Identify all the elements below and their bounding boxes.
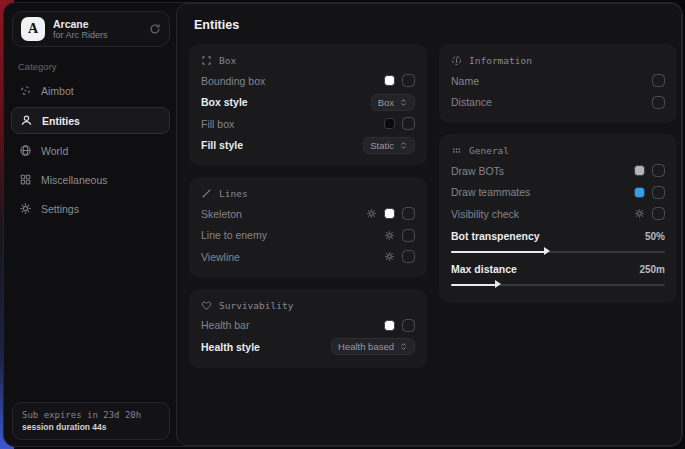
distance-checkbox[interactable] — [652, 96, 665, 109]
box-icon — [201, 55, 212, 66]
name-checkbox[interactable] — [652, 74, 665, 87]
sidebar-item-label: World — [41, 145, 68, 157]
skeleton-checkbox[interactable] — [402, 207, 415, 220]
viewline-checkbox[interactable] — [402, 250, 415, 263]
slider-label: Bot transpenency — [451, 230, 540, 242]
setting-label: Distance — [451, 96, 492, 108]
dropdown-value: Box — [378, 97, 394, 108]
session-duration: session duration 44s — [22, 422, 160, 432]
heart-icon — [201, 300, 212, 311]
grid-icon — [19, 173, 32, 186]
crosshair-icon — [19, 84, 32, 97]
row-draw-bots: Draw BOTs — [451, 160, 665, 182]
draw-bots-color-swatch[interactable] — [634, 165, 645, 176]
slider-label: Max distance — [451, 263, 517, 275]
setting-label: Fill box — [201, 118, 234, 130]
panel-box-title: Box — [201, 53, 415, 70]
setting-label: Name — [451, 75, 479, 87]
sidebar-item-miscellaneous[interactable]: Miscellaneous — [4, 166, 176, 193]
row-distance: Distance — [451, 92, 665, 114]
sidebar-item-label: Settings — [41, 203, 79, 215]
bounding-box-checkbox[interactable] — [402, 74, 415, 87]
sidebar-item-label: Entities — [42, 115, 80, 127]
row-bot-transparency: Bot transpenency 50% — [451, 227, 665, 246]
brand-card: A Arcane for Arc Riders — [12, 11, 170, 47]
right-column: Information Name Distance General — [439, 44, 677, 303]
panel-lines-title: Lines — [201, 186, 415, 203]
app-name: Arcane — [53, 18, 141, 30]
row-health-bar: Health bar — [201, 315, 415, 337]
box-style-dropdown[interactable]: Box — [371, 94, 415, 111]
health-style-dropdown[interactable]: Health based — [331, 338, 415, 355]
subscription-expiry: Sub expires in 23d 20h — [22, 410, 160, 420]
setting-label: Line to enemy — [201, 229, 267, 241]
sidebar-nav: Aimbot Entities World Miscellaneous Sett… — [4, 76, 176, 223]
line-to-enemy-settings-gear-icon[interactable] — [384, 230, 395, 241]
dropdown-value: Static — [370, 140, 394, 151]
row-health-style: Health style Health based — [201, 336, 415, 358]
slider-value: 250m — [639, 264, 665, 275]
panel-survivability: Survivability Health bar Health style He… — [189, 289, 427, 368]
setting-label: Box style — [201, 96, 248, 108]
draw-teammates-checkbox[interactable] — [652, 186, 665, 199]
slider-value: 50% — [645, 231, 665, 242]
viewline-settings-gear-icon[interactable] — [384, 251, 395, 262]
visibility-check-settings-gear-icon[interactable] — [634, 208, 645, 219]
row-skeleton: Skeleton — [201, 203, 415, 225]
panel-information: Information Name Distance — [439, 44, 677, 123]
fill-style-dropdown[interactable]: Static — [363, 137, 415, 154]
skeleton-settings-gear-icon[interactable] — [366, 208, 377, 219]
skeleton-color-swatch[interactable] — [384, 208, 395, 219]
sidebar-item-world[interactable]: World — [4, 137, 176, 164]
panel-general: General Draw BOTs Draw teammates — [439, 134, 677, 303]
category-label: Category — [18, 61, 176, 72]
slider-handle[interactable] — [544, 247, 550, 255]
refresh-icon[interactable] — [149, 23, 161, 35]
sidebar-item-label: Aimbot — [41, 85, 74, 97]
panel-box: Box Bounding box Box style Box — [189, 44, 427, 166]
entities-icon — [20, 114, 33, 127]
chevron-up-down-icon — [399, 141, 408, 150]
max-distance-slider[interactable] — [451, 284, 665, 286]
subscription-card: Sub expires in 23d 20h session duration … — [12, 402, 170, 440]
setting-label: Fill style — [201, 139, 243, 151]
app-logo: A — [21, 17, 45, 41]
sidebar-item-aimbot[interactable]: Aimbot — [4, 77, 176, 104]
setting-label: Draw teammates — [451, 186, 530, 198]
line-to-enemy-checkbox[interactable] — [402, 229, 415, 242]
visibility-check-checkbox[interactable] — [652, 207, 665, 220]
setting-label: Viewline — [201, 251, 240, 263]
main-content: Entities Box Bounding box Box style — [176, 3, 682, 446]
bot-transparency-slider[interactable] — [451, 251, 665, 253]
health-bar-checkbox[interactable] — [402, 319, 415, 332]
draw-bots-checkbox[interactable] — [652, 164, 665, 177]
chevron-up-down-icon — [399, 342, 408, 351]
info-icon — [451, 55, 462, 66]
sidebar-item-settings[interactable]: Settings — [4, 195, 176, 222]
dots-grid-icon — [451, 145, 462, 156]
slider-handle[interactable] — [495, 280, 501, 288]
row-fill-box: Fill box — [201, 113, 415, 135]
app-subtitle: for Arc Riders — [53, 30, 141, 40]
sidebar: A Arcane for Arc Riders Category Aimbot … — [4, 3, 176, 446]
row-bounding-box: Bounding box — [201, 70, 415, 92]
panel-lines: Lines Skeleton Line to enemy — [189, 177, 427, 278]
fill-box-checkbox[interactable] — [402, 117, 415, 130]
row-box-style: Box style Box — [201, 92, 415, 114]
dropdown-value: Health based — [338, 341, 394, 352]
panel-general-title: General — [451, 143, 665, 160]
sidebar-item-label: Miscellaneous — [41, 174, 108, 186]
line-icon — [201, 188, 212, 199]
health-bar-color-swatch[interactable] — [384, 320, 395, 331]
panel-survivability-title: Survivability — [201, 298, 415, 315]
setting-label: Visibility check — [451, 208, 519, 220]
page-title: Entities — [194, 18, 239, 32]
row-max-distance: Max distance 250m — [451, 260, 665, 279]
bounding-box-color-swatch[interactable] — [384, 75, 395, 86]
setting-label: Draw BOTs — [451, 165, 504, 177]
draw-teammates-color-swatch[interactable] — [634, 187, 645, 198]
left-column: Box Bounding box Box style Box — [189, 44, 427, 368]
gear-icon — [19, 202, 32, 215]
fill-box-color-swatch[interactable] — [384, 118, 395, 129]
sidebar-item-entities[interactable]: Entities — [11, 107, 170, 134]
